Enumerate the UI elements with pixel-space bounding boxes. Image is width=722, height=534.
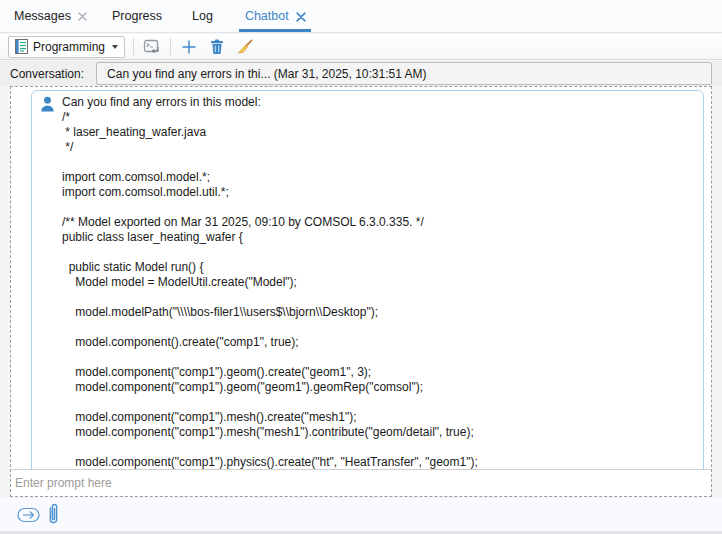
send-button[interactable] <box>17 507 40 523</box>
clear-conversation-button[interactable] <box>235 37 255 57</box>
chatbot-toolbar: Programming <box>0 34 722 60</box>
toolbar-separator <box>170 38 171 55</box>
paperclip-icon <box>47 502 60 527</box>
message-viewport[interactable]: Can you find any errors in this model: /… <box>11 87 711 470</box>
tab-progress-label: Progress <box>112 9 162 23</box>
tab-bar: Messages Progress Log Chatbot <box>0 0 722 33</box>
code-document-icon <box>15 39 28 54</box>
tab-progress[interactable]: Progress <box>106 0 168 32</box>
delete-conversation-button[interactable] <box>207 37 227 57</box>
close-icon[interactable] <box>296 12 305 21</box>
attach-button[interactable] <box>47 502 60 527</box>
user-message-bubble: Can you find any errors in this model: /… <box>31 90 704 470</box>
insert-in-editor-button[interactable] <box>142 37 162 57</box>
prompt-input[interactable] <box>11 470 711 496</box>
broom-icon <box>237 39 253 55</box>
conversation-row: Conversation: Can you find any errors in… <box>0 61 722 86</box>
conversation-selected-value: Can you find any errors in thi... (Mar 3… <box>107 67 427 81</box>
prompt-action-bar <box>0 498 722 531</box>
close-icon[interactable] <box>78 12 87 21</box>
send-icon <box>17 507 40 523</box>
new-conversation-button[interactable] <box>179 37 199 57</box>
tab-messages[interactable]: Messages <box>8 0 93 32</box>
chevron-down-icon <box>112 45 118 49</box>
tab-chatbot[interactable]: Chatbot <box>239 0 311 32</box>
prompt-row <box>11 470 711 496</box>
user-avatar-icon <box>40 96 55 112</box>
toolbar-separator <box>133 38 134 55</box>
chat-panel: Can you find any errors in this model: /… <box>10 86 712 497</box>
conversation-label: Conversation: <box>10 67 84 81</box>
tab-chatbot-label: Chatbot <box>245 9 289 23</box>
tab-log[interactable]: Log <box>186 0 219 32</box>
tab-messages-label: Messages <box>14 9 71 23</box>
mode-dropdown[interactable]: Programming <box>8 36 125 58</box>
insert-in-editor-icon <box>143 39 161 55</box>
add-icon <box>182 40 196 54</box>
trash-icon <box>210 39 224 54</box>
tab-log-label: Log <box>192 9 213 23</box>
mode-dropdown-label: Programming <box>33 40 105 54</box>
conversation-select[interactable]: Can you find any errors in thi... (Mar 3… <box>96 62 712 85</box>
user-message-text: Can you find any errors in this model: /… <box>62 95 697 470</box>
